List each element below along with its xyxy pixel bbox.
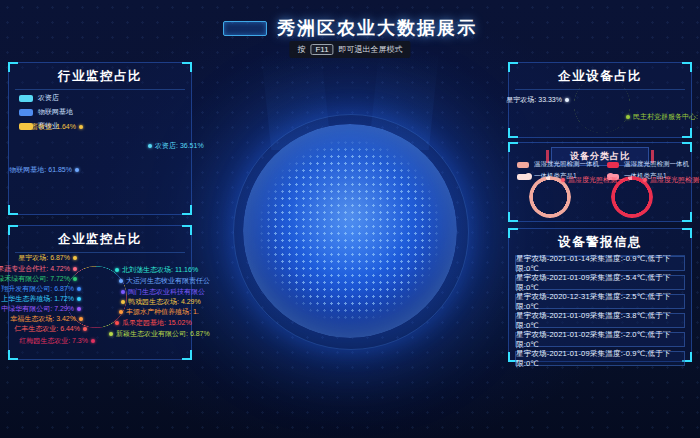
legend-swatch-icon bbox=[517, 162, 529, 168]
globe-visualization bbox=[243, 124, 457, 338]
fullscreen-tip: 按 F11 即可退出全屏模式 bbox=[289, 41, 410, 58]
legend-item: 温湿度光照检测一体机 bbox=[607, 160, 689, 169]
chart-callout-label: 新颖生态农业有限公司: 6.87% bbox=[109, 330, 210, 337]
callout-text: 物联网基地: 61.85% bbox=[9, 166, 72, 173]
alert-row: 星宇农场-2021-01-09采集温度:-3.8℃,低于下限:0℃ bbox=[515, 313, 685, 328]
panel-industry-monitor-ratio: 行业监控占比 农资店物联网基地畜牧业 畜牧业: 1.64%农资店: 36.51%… bbox=[8, 62, 192, 215]
callout-text: 温湿度光照检测一→ bbox=[650, 176, 700, 183]
chart-callout-label: 畜牧业: 1.64% bbox=[31, 123, 83, 130]
legend-label: 农资店 bbox=[38, 93, 59, 103]
callout-dot-icon bbox=[77, 307, 81, 311]
chart-callout-label: 仁丰生态农业: 6.44% bbox=[14, 325, 87, 332]
callout-dot-icon bbox=[115, 321, 119, 325]
panel-enterprise-monitor-ratio: 企业监控占比 星宇农场: 6.87%马超果蔬专业合作社: 4.72%家绿禾绿有限… bbox=[8, 225, 192, 360]
callout-text: 红梅园生态农业: 7.3% bbox=[19, 337, 88, 344]
industry-donut-chart[interactable] bbox=[68, 124, 144, 200]
panel-device-classification-ratio: 设备分类占比 温湿度光照检测一体机一体机类产品1 温湿度光照检测一体机一体机类产… bbox=[508, 142, 692, 222]
callout-dot-icon bbox=[148, 144, 152, 148]
legend-swatch-icon bbox=[19, 95, 33, 102]
chart-callout-label: 北刘荡生态农场: 11.16% bbox=[115, 266, 198, 273]
callout-dot-icon bbox=[626, 115, 630, 119]
device-left-mini-slice bbox=[525, 173, 532, 180]
callout-dot-icon bbox=[115, 268, 119, 272]
callout-dot-icon bbox=[83, 327, 87, 331]
panel-enterprise-equipment-ratio: 企业设备占比 星宇农场: 33.33%民主村党群服务中心: bbox=[508, 62, 692, 138]
chart-callout-label: 农资店: 36.51% bbox=[148, 142, 204, 149]
tip-prefix: 按 bbox=[297, 44, 305, 55]
callout-text: 幸福生态农场: 3.42% bbox=[10, 315, 76, 322]
callout-text: 家绿禾绿有限公司: 7.72% bbox=[0, 275, 70, 282]
callout-dot-icon bbox=[565, 98, 569, 102]
callout-dot-icon bbox=[121, 300, 125, 304]
alert-row: 星宇农场-2020-12-31采集温度:-2.5℃,低于下限:0℃ bbox=[515, 294, 685, 309]
callout-dot-icon bbox=[77, 287, 81, 291]
legend-label: 温湿度光照检测一体机 bbox=[624, 160, 689, 169]
logo-badge bbox=[223, 21, 267, 36]
callout-text: 陶门生态农业科技有限公 bbox=[128, 288, 205, 295]
callout-text: 民主村党群服务中心: bbox=[633, 113, 698, 120]
f11-keycap: F11 bbox=[310, 44, 333, 55]
callout-text: 瓜果定园基地: 15.02% bbox=[122, 319, 192, 326]
chart-callout-label: 马超果蔬专业合作社: 4.72% bbox=[0, 265, 77, 272]
callout-text: 仁丰生态农业: 6.44% bbox=[14, 325, 80, 332]
callout-text: 星宇农场: 33.33% bbox=[506, 96, 562, 103]
callout-text: 翔升发有限公司: 6.87% bbox=[1, 285, 74, 292]
callout-text: 畜牧业: 1.64% bbox=[31, 123, 76, 130]
chart-callout-label: 丰源水产种值养殖场: 1. bbox=[119, 308, 199, 315]
alert-row: 星宇农场-2021-01-09采集温度:-0.9℃,低于下限:0℃ bbox=[515, 351, 685, 366]
panel-title: 企业监控占比 bbox=[15, 226, 185, 253]
legend-item: 物联网基地 bbox=[19, 107, 73, 117]
callout-dot-icon bbox=[73, 267, 77, 271]
callout-dot-icon bbox=[73, 256, 77, 260]
callout-dot-icon bbox=[109, 332, 113, 336]
callout-dot-icon bbox=[119, 310, 123, 314]
alert-list: 星宇农场-2021-01-14采集温度:-0.9℃,低于下限:0℃星宇农场-20… bbox=[515, 256, 685, 366]
callout-dot-icon bbox=[79, 317, 83, 321]
panel-title: 设备警报信息 bbox=[515, 229, 685, 256]
callout-dot-icon bbox=[121, 290, 125, 294]
alert-row: 星宇农场-2021-01-14采集温度:-0.9℃,低于下限:0℃ bbox=[515, 256, 685, 271]
chart-callout-label: 上华生态养殖场: 1.72% bbox=[1, 295, 81, 302]
dashboard-screen: 秀洲区农业大数据展示 按 F11 即可退出全屏模式 行业监控占比 农资店物联网基… bbox=[0, 0, 700, 438]
legend-label: 物联网基地 bbox=[38, 107, 73, 117]
chart-callout-label: 民主村党群服务中心: bbox=[626, 113, 698, 120]
chart-callout-label: 家绿禾绿有限公司: 7.72% bbox=[0, 275, 77, 282]
chart-callout-label: 瓜果定园基地: 15.02% bbox=[115, 319, 192, 326]
callout-dot-icon bbox=[643, 178, 647, 182]
legend-item: 温湿度光照检测一体机 bbox=[517, 160, 599, 169]
legend-swatch-icon bbox=[19, 109, 33, 116]
alert-row: 星宇农场-2021-01-09采集温度:-5.4℃,低于下限:0℃ bbox=[515, 275, 685, 290]
callout-dot-icon bbox=[561, 178, 565, 182]
equipment-donut-chart[interactable] bbox=[574, 77, 630, 133]
callout-text: 马超果蔬专业合作社: 4.72% bbox=[0, 265, 70, 272]
chart-callout-label: 红梅园生态农业: 7.3% bbox=[19, 337, 95, 344]
callout-text: 鸭戏园生态农场: 4.29% bbox=[128, 298, 201, 305]
callout-dot-icon bbox=[75, 168, 79, 172]
callout-text: 中绿华有限公司: 7.29% bbox=[1, 305, 74, 312]
callout-dot-icon bbox=[73, 277, 77, 281]
globe-dot-map bbox=[258, 139, 442, 323]
chart-callout-label: 大运河生态牧业有限责任公 bbox=[119, 277, 210, 284]
panel-device-alerts: 设备警报信息 星宇农场-2021-01-14采集温度:-0.9℃,低于下限:0℃… bbox=[508, 228, 692, 362]
callout-dot-icon bbox=[79, 125, 83, 129]
page-title: 秀洲区农业大数据展示 bbox=[277, 16, 477, 40]
callout-text: 北刘荡生态农场: 11.16% bbox=[122, 266, 198, 273]
legend-item: 农资店 bbox=[19, 93, 73, 103]
chart-callout-label: 鸭戏园生态农场: 4.29% bbox=[121, 298, 201, 305]
chart-callout-label: 翔升发有限公司: 6.87% bbox=[1, 285, 81, 292]
callout-text: 大运河生态牧业有限责任公 bbox=[126, 277, 210, 284]
legend-swatch-icon bbox=[607, 162, 619, 168]
callout-text: 新颖生态农业有限公司: 6.87% bbox=[116, 330, 210, 337]
callout-text: 上华生态养殖场: 1.72% bbox=[1, 295, 74, 302]
chart-callout-label: 星宇农场: 33.33% bbox=[506, 96, 569, 103]
chart-callout-label: 温湿度光照检测一→ bbox=[561, 176, 631, 183]
chart-callout-label: 温湿度光照检测一→ bbox=[643, 176, 700, 183]
tip-suffix: 即可退出全屏模式 bbox=[339, 44, 403, 55]
callout-dot-icon bbox=[91, 339, 95, 343]
chart-callout-label: 幸福生态农场: 3.42% bbox=[10, 315, 83, 322]
callout-text: 星宇农场: 6.87% bbox=[18, 254, 70, 261]
panel-title: 行业监控占比 bbox=[15, 63, 185, 90]
chart-callout-label: 物联网基地: 61.85% bbox=[9, 166, 79, 173]
callout-text: 农资店: 36.51% bbox=[155, 142, 204, 149]
alert-row: 星宇农场-2021-01-02采集温度:-2.0℃,低于下限:0℃ bbox=[515, 332, 685, 347]
